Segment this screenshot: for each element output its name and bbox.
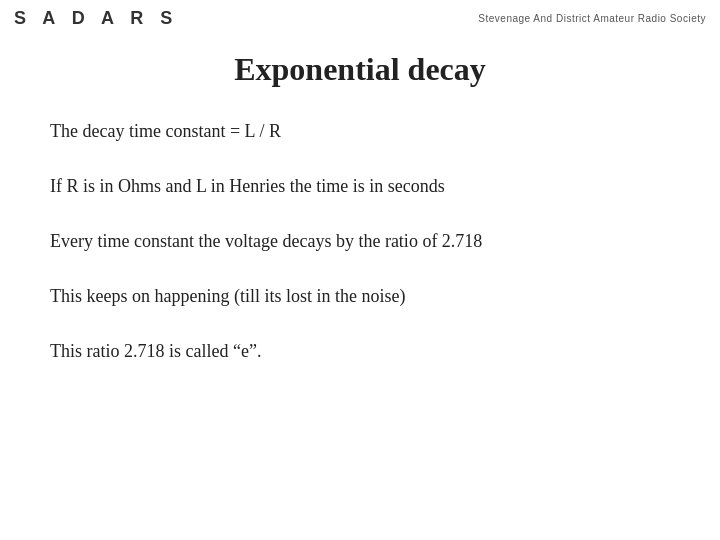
- logo: S A D A R S: [14, 8, 178, 29]
- content-area: The decay time constant = L / R If R is …: [0, 118, 720, 365]
- slide: S A D A R S Stevenage And District Amate…: [0, 0, 720, 540]
- org-name: Stevenage And District Amateur Radio Soc…: [478, 13, 706, 24]
- header-bar: S A D A R S Stevenage And District Amate…: [0, 0, 720, 33]
- bullet-4: This keeps on happening (till its lost i…: [50, 283, 670, 310]
- bullet-5: This ratio 2.718 is called “e”.: [50, 338, 670, 365]
- bullet-2: If R is in Ohms and L in Henries the tim…: [50, 173, 670, 200]
- slide-title: Exponential decay: [0, 51, 720, 88]
- bullet-1: The decay time constant = L / R: [50, 118, 670, 145]
- bullet-3: Every time constant the voltage decays b…: [50, 228, 670, 255]
